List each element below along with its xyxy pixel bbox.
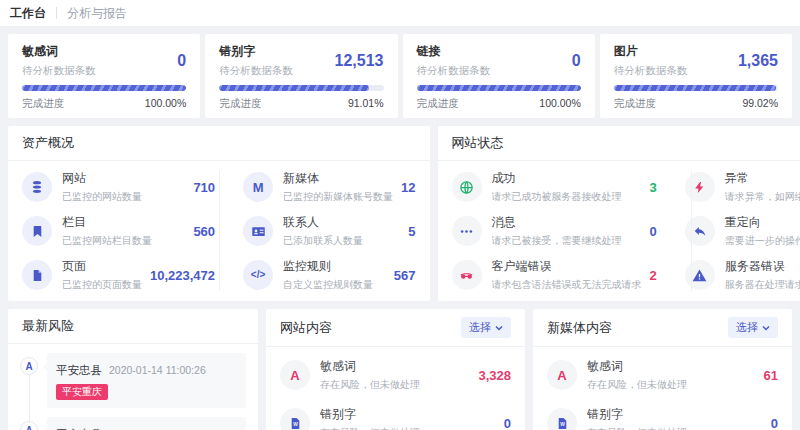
list-item-异常[interactable]: 异常请求异常，如网络不可用或应用未及时响应1 [671, 165, 800, 209]
risk-timeline: A平安忠县2020-01-14 11:00:26平安重庆A平安忠县2020-01… [8, 344, 258, 430]
list-item-新媒体[interactable]: M新媒体已监控的新媒体账号数量12 [229, 165, 429, 209]
site-status-panel: 网站状态 成功请求已成功被服务器接收处理3异常请求异常，如网络不可用或应用未及时… [438, 126, 800, 301]
icon-badge: M [243, 172, 273, 202]
list-item-敏感词[interactable]: A敏感词存在风险，但未做处理61 [533, 351, 792, 399]
stat-card-subtitle: 待分析数据条数 [219, 64, 293, 78]
nav-item-analysis-report[interactable]: 分析与报告 [67, 5, 127, 22]
stat-card-subtitle: 待分析数据条数 [417, 64, 491, 78]
panel-title: 网站状态 [452, 134, 504, 152]
icon-badge [452, 260, 482, 290]
icon-badge [685, 260, 715, 290]
item-label: 异常 [725, 170, 800, 187]
risk-bubble: 平安忠县2020-01-13 10:00:45平安重庆 [47, 417, 246, 430]
item-description: 已监控的页面数量 [62, 278, 142, 292]
list-item-敏感词[interactable]: A敏感词存在风险，但未做处理3,328 [266, 351, 525, 399]
status-grid: 成功请求已成功被服务器接收处理3异常请求异常，如网络不可用或应用未及时响应1消息… [438, 161, 800, 301]
item-description: 自定义监控规则数量 [283, 278, 386, 292]
item-description: 服务器在处理请求的过程中发生了错误 [725, 278, 800, 292]
item-value: 3,328 [478, 368, 511, 383]
progress-bar [219, 85, 383, 91]
item-value: 3 [650, 180, 657, 195]
icon-badge: A [547, 360, 577, 390]
list-item-客户端错误[interactable]: 客户端错误请求包含语法错误或无法完成请求2 [438, 253, 671, 297]
nav-item-workbench[interactable]: 工作台 [10, 5, 46, 22]
list-item-错别字[interactable]: W错别字存在风险，但未做处理0 [533, 399, 792, 430]
stats-row: 敏感词待分析数据条数0完成进度100.00%错别字待分析数据条数12,513完成… [8, 34, 792, 118]
progress-bar [614, 85, 778, 91]
list-item-网站[interactable]: 网站已监控的网站数量710 [8, 165, 229, 209]
list-item-页面[interactable]: 页面已监控的页面数量10,223,472 [8, 253, 229, 297]
list-item-错别字[interactable]: W错别字存在风险，但未做处理0 [266, 399, 525, 430]
globe-icon [459, 180, 474, 195]
item-value: 12 [401, 180, 415, 195]
icon-badge: W [280, 408, 310, 430]
risk-tag: 平安重庆 [56, 384, 108, 400]
icon-badge [22, 260, 52, 290]
list-item-重定向[interactable]: 重定向需要进一步的操作以完成请求0 [671, 209, 800, 253]
stat-card-1[interactable]: 错别字待分析数据条数12,513完成进度91.01% [205, 34, 397, 118]
bottom-row: 最新风险 A平安忠县2020-01-14 11:00:26平安重庆A平安忠县20… [8, 309, 792, 430]
stat-card-value: 0 [572, 52, 581, 70]
panel-title: 最新风险 [22, 317, 74, 335]
item-label: 网站 [62, 170, 185, 187]
list-item-成功[interactable]: 成功请求已成功被服务器接收处理3 [438, 165, 671, 209]
code-icon: </> [251, 270, 265, 280]
avatar: A [20, 421, 38, 430]
letter-a-icon: A [557, 369, 566, 382]
list-item-监控规则[interactable]: </>监控规则自定义监控规则数量567 [229, 253, 429, 297]
stat-card-title: 敏感词 [22, 43, 96, 60]
item-description: 请求包含语法错误或无法完成请求 [492, 278, 642, 292]
icon-badge [685, 216, 715, 246]
database-icon [30, 180, 44, 194]
item-label: 重定向 [725, 214, 800, 231]
item-label: 消息 [492, 214, 642, 231]
chevron-down-icon [762, 324, 770, 332]
risk-site-name: 平安忠县 [56, 364, 102, 376]
redirect-icon [693, 224, 707, 238]
select-dropdown-button[interactable]: 选择 [728, 317, 778, 338]
stat-card-0[interactable]: 敏感词待分析数据条数0完成进度100.00% [8, 34, 200, 118]
progress-bar [22, 85, 186, 91]
progress-label: 完成进度 [22, 97, 64, 111]
item-description: 已监控的网站数量 [62, 190, 185, 204]
select-dropdown-button[interactable]: 选择 [461, 317, 511, 338]
item-value: 0 [650, 224, 657, 239]
list-item-消息[interactable]: 消息请求已被接受，需要继续处理0 [438, 209, 671, 253]
panel-title: 网站内容 [280, 319, 332, 337]
item-value: 560 [193, 224, 215, 239]
letter-a-icon: A [290, 369, 299, 382]
progress-percent: 99.02% [742, 97, 778, 111]
doc-w-icon: W [289, 417, 302, 430]
list-item-栏目[interactable]: 栏目已监控网站栏目数量560 [8, 209, 229, 253]
stat-card-value: 1,365 [738, 52, 778, 70]
contact-card-icon [251, 224, 266, 239]
item-value: 5 [408, 224, 415, 239]
progress-percent: 100.00% [145, 97, 186, 111]
progress-label: 完成进度 [417, 97, 459, 111]
list-item-服务器错误[interactable]: 服务器错误服务器在处理请求的过程中发生了错误0 [671, 253, 800, 297]
item-description: 已添加联系人数量 [283, 234, 400, 248]
latest-risk-panel: 最新风险 A平安忠县2020-01-14 11:00:26平安重庆A平安忠县20… [8, 309, 258, 430]
item-label: 敏感词 [587, 358, 756, 375]
list-item-联系人[interactable]: 联系人已添加联系人数量5 [229, 209, 429, 253]
item-description: 需要进一步的操作以完成请求 [725, 234, 800, 248]
item-label: 新媒体 [283, 170, 393, 187]
item-label: 敏感词 [320, 358, 470, 375]
item-label: 监控规则 [283, 258, 386, 275]
risk-item-0[interactable]: A平安忠县2020-01-14 11:00:26平安重庆 [20, 353, 246, 408]
stat-card-value: 12,513 [335, 52, 384, 70]
item-description: 存在风险，但未做处理 [320, 378, 470, 392]
stat-card-2[interactable]: 链接待分析数据条数0完成进度100.00% [403, 34, 595, 118]
svg-text:W: W [560, 422, 565, 427]
content-list: A敏感词存在风险，但未做处理61W错别字存在风险，但未做处理0链接存在风险，但未… [533, 347, 792, 430]
item-description: 已监控的新媒体账号数量 [283, 190, 393, 204]
icon-badge [452, 216, 482, 246]
stat-card-value: 0 [177, 52, 186, 70]
icon-badge [22, 172, 52, 202]
item-description: 请求已被接受，需要继续处理 [492, 234, 642, 248]
risk-item-1[interactable]: A平安忠县2020-01-13 10:00:45平安重庆 [20, 417, 246, 430]
item-label: 客户端错误 [492, 258, 642, 275]
item-label: 栏目 [62, 214, 185, 231]
middle-row: 资产概况 网站已监控的网站数量710M新媒体已监控的新媒体账号数量12栏目已监控… [8, 126, 792, 301]
stat-card-3[interactable]: 图片待分析数据条数1,365完成进度99.02% [600, 34, 792, 118]
